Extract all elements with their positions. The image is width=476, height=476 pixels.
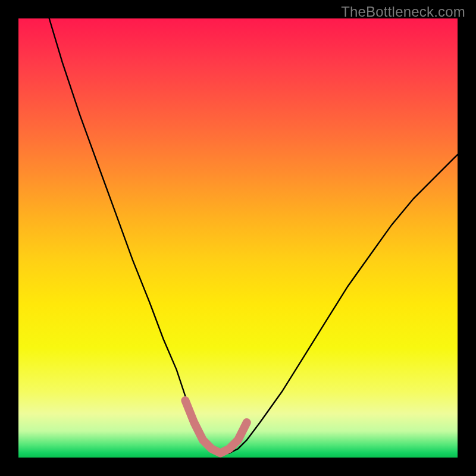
fit-highlight-curve: [185, 400, 246, 453]
bottleneck-curve: [49, 18, 458, 453]
chart-svg: [18, 18, 458, 458]
watermark-text: TheBottleneck.com: [341, 4, 465, 20]
chart-frame: TheBottleneck.com: [0, 0, 476, 476]
plot-area: [18, 18, 458, 458]
